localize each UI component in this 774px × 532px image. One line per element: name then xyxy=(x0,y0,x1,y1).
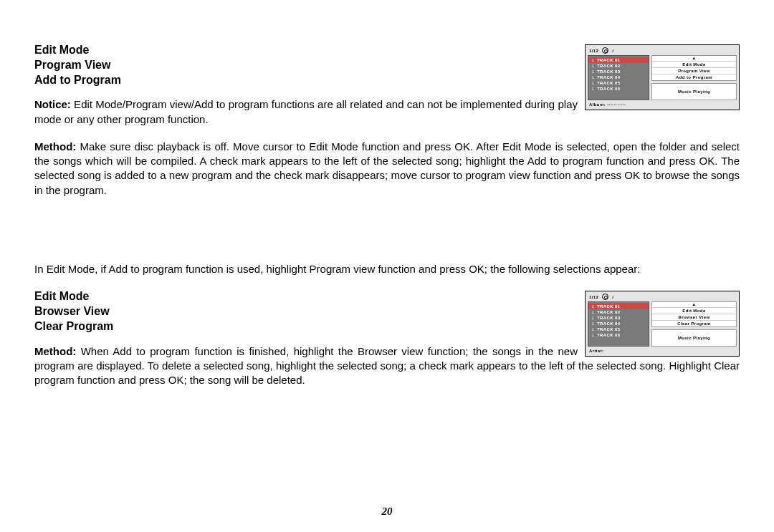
music-note-icon: ♫ xyxy=(591,327,595,332)
track-row: ♫TRACK 03 xyxy=(588,69,649,74)
track-row: ♫TRACK 02 xyxy=(588,63,649,69)
disc-icon xyxy=(602,294,608,300)
music-note-icon: ♫ xyxy=(591,58,595,62)
menu-item: Edit Mode xyxy=(652,308,736,314)
figure-browser-view: 1/12 / ♫TRACK 01 ♫TRACK 02 ♫TRACK 03 ♫TR… xyxy=(585,291,740,357)
track-row: ♫TRACK 03 xyxy=(588,315,649,321)
music-note-icon: ♫ xyxy=(591,64,595,68)
fig1-counter: 1/12 xyxy=(589,49,598,53)
track-row: ♫TRACK 04 xyxy=(588,74,649,80)
track-list: ♫TRACK 01 ♫TRACK 02 ♫TRACK 03 ♫TRACK 04 … xyxy=(588,55,649,100)
figure-program-view: 1/12 / ♫TRACK 01 ♫TRACK 02 ♫TRACK 03 ♫TR… xyxy=(585,44,740,110)
fig2-footer: Artist: xyxy=(588,347,737,354)
disc-icon xyxy=(602,47,608,54)
music-note-icon: ♫ xyxy=(591,69,595,74)
track-row: ♫TRACK 05 xyxy=(588,327,649,332)
menu-item: Program View xyxy=(652,68,736,74)
fig2-slash: / xyxy=(612,295,613,299)
music-note-icon: ♫ xyxy=(591,310,595,314)
track-list: ♫TRACK 01 ♫TRACK 02 ♫TRACK 03 ♫TRACK 04 … xyxy=(588,301,649,347)
menu-item: Edit Mode xyxy=(652,62,736,68)
music-note-icon: ♫ xyxy=(591,316,595,320)
menu-options: ▲ Edit Mode Browser View Clear Program xyxy=(651,301,737,327)
music-note-icon: ♫ xyxy=(591,304,595,309)
music-note-icon: ♫ xyxy=(591,333,595,337)
mid-paragraph: In Edit Mode, if Add to program function… xyxy=(34,262,740,276)
track-row: ♫TRACK 06 xyxy=(588,332,649,338)
track-row: ♫TRACK 05 xyxy=(588,80,649,86)
menu-item: Clear Program xyxy=(652,321,736,327)
track-row: ♫TRACK 01 xyxy=(588,304,649,309)
music-note-icon: ♫ xyxy=(591,81,595,85)
method-paragraph-1: Method: Make sure disc playback is off. … xyxy=(34,140,740,198)
music-note-icon: ♫ xyxy=(591,75,595,79)
up-arrow-icon: ▲ xyxy=(652,302,736,308)
fig1-footer: Album: ----------- xyxy=(588,100,737,107)
up-arrow-icon: ▲ xyxy=(652,56,736,62)
fig1-slash: / xyxy=(612,49,613,53)
music-playing-panel: Music Playing xyxy=(651,329,737,347)
track-row: ♫TRACK 06 xyxy=(588,86,649,92)
page-number: 20 xyxy=(0,506,774,518)
fig2-counter: 1/12 xyxy=(589,295,598,299)
menu-options: ▲ Edit Mode Program View Add to Program xyxy=(651,55,737,81)
music-playing-panel: Music Playing xyxy=(651,83,737,100)
track-row: ♫TRACK 04 xyxy=(588,321,649,327)
track-row: ♫TRACK 02 xyxy=(588,309,649,315)
menu-item: Add to Program xyxy=(652,74,736,80)
menu-item: Browser View xyxy=(652,314,736,321)
music-note-icon: ♫ xyxy=(591,87,595,91)
track-row: ♫TRACK 01 xyxy=(588,57,649,63)
music-note-icon: ♫ xyxy=(591,321,595,326)
